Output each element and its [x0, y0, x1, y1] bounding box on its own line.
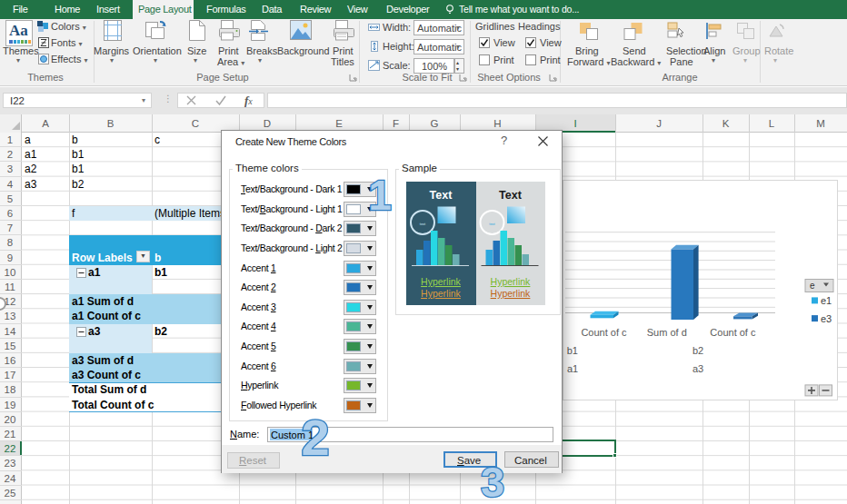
svg-text:e3: e3: [821, 313, 832, 324]
svg-text:2: 2: [301, 409, 329, 463]
svg-text:Hyperlink: Hyperlink: [421, 276, 462, 287]
svg-text:Hyperlink: Hyperlink: [491, 288, 532, 299]
svg-text:Hyperlink: Hyperlink: [491, 276, 532, 287]
svg-text:3: 3: [481, 458, 504, 503]
svg-text:text: text: [489, 222, 495, 226]
svg-text:Count of c: Count of c: [581, 327, 627, 338]
svg-text:Sum of d: Sum of d: [647, 327, 687, 338]
svg-text:b1: b1: [567, 345, 578, 356]
svg-text:1: 1: [368, 172, 392, 218]
svg-text:e: e: [810, 281, 815, 291]
svg-text:Hyperlink: Hyperlink: [421, 288, 462, 299]
svg-text:Text: Text: [430, 189, 453, 202]
svg-text:Text: Text: [499, 189, 523, 202]
svg-text:Count of c: Count of c: [710, 327, 756, 338]
svg-text:text: text: [420, 222, 426, 226]
svg-text:e1: e1: [821, 295, 832, 306]
svg-text:a1: a1: [567, 363, 578, 374]
svg-text:b2: b2: [693, 345, 703, 356]
svg-text:a3: a3: [693, 363, 703, 374]
